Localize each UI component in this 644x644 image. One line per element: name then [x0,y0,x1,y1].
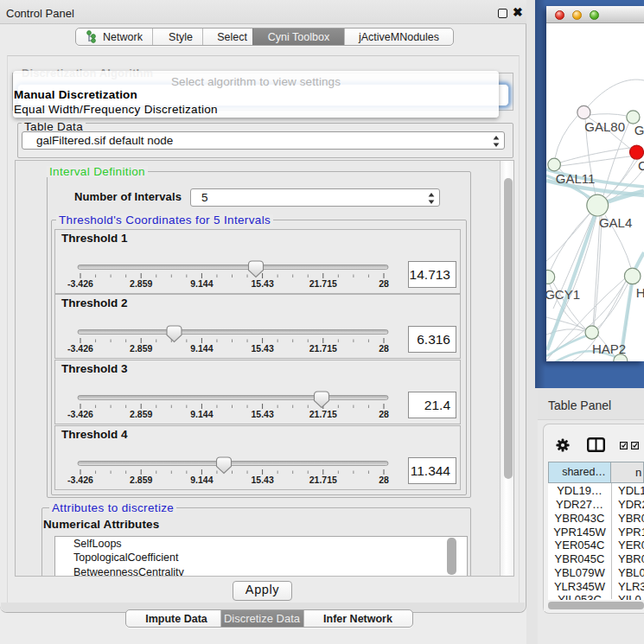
svg-text:2.859: 2.859 [130,409,152,419]
svg-text:9.144: 9.144 [190,278,213,289]
svg-text:2.859: 2.859 [130,343,152,354]
svg-text:GAL4: GAL4 [599,215,632,230]
svg-text:15.43: 15.43 [251,278,273,289]
svg-text:C...: C... [638,158,644,173]
svg-text:GCY1: GCY1 [546,287,580,302]
svg-text:GAL11: GAL11 [556,171,596,186]
svg-text:21.715: 21.715 [309,278,337,289]
svg-text:28: 28 [379,409,389,419]
svg-text:-3.426: -3.426 [67,278,93,289]
svg-text:21.715: 21.715 [309,409,337,419]
svg-text:21.715: 21.715 [309,475,337,485]
svg-text:15.43: 15.43 [251,475,273,485]
svg-text:28: 28 [379,343,389,354]
svg-text:28: 28 [379,278,389,289]
svg-text:15.43: 15.43 [251,409,273,419]
svg-text:-3.426: -3.426 [67,409,93,419]
svg-text:28: 28 [379,475,389,485]
svg-text:9.144: 9.144 [190,409,213,419]
svg-text:-3.426: -3.426 [67,343,93,354]
svg-text:HAP2: HAP2 [592,341,626,356]
svg-text:9.144: 9.144 [190,475,213,485]
svg-text:15.43: 15.43 [251,343,273,354]
svg-text:2.859: 2.859 [130,475,152,485]
svg-text:G...: G... [634,123,644,137]
svg-text:-3.426: -3.426 [67,475,93,485]
svg-text:H: H [636,285,644,300]
svg-text:2.859: 2.859 [130,278,152,289]
svg-text:GAL80: GAL80 [584,119,625,134]
svg-text:21.715: 21.715 [309,343,337,354]
svg-text:9.144: 9.144 [190,343,213,354]
